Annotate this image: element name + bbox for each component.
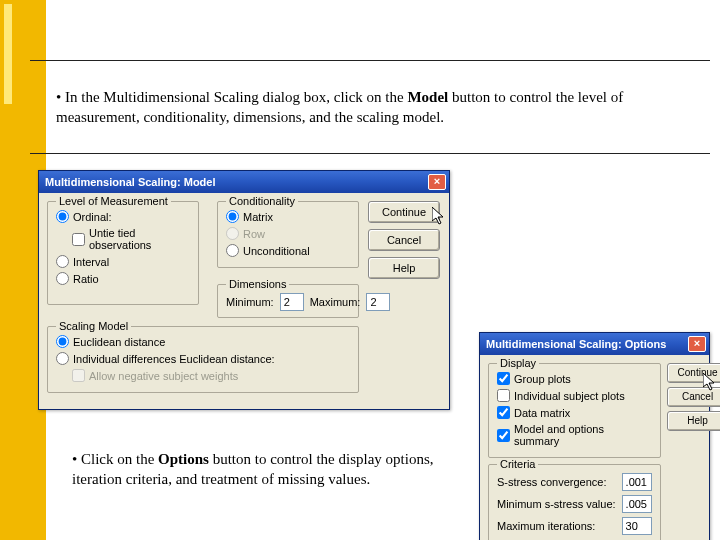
close-icon[interactable]: ×	[428, 174, 446, 190]
check-data-matrix[interactable]: Data matrix	[497, 406, 652, 419]
check-allowneg: Allow negative subject weights	[72, 369, 350, 382]
group-scaling: Scaling Model Euclidean distance Individ…	[47, 326, 359, 393]
radio-matrix[interactable]: Matrix	[226, 210, 350, 223]
group-cond-title: Conditionality	[226, 195, 298, 207]
group-scaling-title: Scaling Model	[56, 320, 131, 332]
group-display-title: Display	[497, 357, 539, 369]
cancel-button[interactable]: Cancel	[667, 387, 720, 407]
cancel-button[interactable]: Cancel	[368, 229, 440, 251]
model-titlebar: Multidimensional Scaling: Model ×	[39, 171, 449, 193]
options-title: Multidimensional Scaling: Options	[486, 338, 666, 350]
group-criteria: Criteria S-stress convergence: Minimum s…	[488, 464, 661, 540]
options-titlebar: Multidimensional Scaling: Options ×	[480, 333, 709, 355]
group-display: Display Group plots Individual subject p…	[488, 363, 661, 458]
check-untie[interactable]: Untie tied observations	[72, 227, 190, 251]
model-title: Multidimensional Scaling: Model	[45, 176, 216, 188]
dims-max-input[interactable]	[366, 293, 390, 311]
intro-text-1: • In the Multidimensional Scaling dialog…	[56, 88, 666, 127]
check-individual-plots[interactable]: Individual subject plots	[497, 389, 652, 402]
radio-ratio[interactable]: Ratio	[56, 272, 190, 285]
radio-unconditional[interactable]: Unconditional	[226, 244, 350, 257]
model-client: Level of Measurement Ordinal: Untie tied…	[39, 193, 449, 409]
radio-indscal[interactable]: Individual differences Euclidean distanc…	[56, 352, 350, 365]
group-dimensions: Dimensions Minimum: Maximum:	[217, 284, 359, 318]
sstress-input[interactable]	[622, 473, 652, 491]
min-sstress-input[interactable]	[622, 495, 652, 513]
sstress-label: S-stress convergence:	[497, 476, 606, 488]
group-conditionality: Conditionality Matrix Row Unconditional	[217, 201, 359, 268]
horizontal-rule-mid	[30, 153, 710, 154]
model-dialog: Multidimensional Scaling: Model × Level …	[38, 170, 450, 410]
group-level: Level of Measurement Ordinal: Untie tied…	[47, 201, 199, 305]
group-dims-title: Dimensions	[226, 278, 289, 290]
options-dialog: Multidimensional Scaling: Options × Disp…	[479, 332, 710, 540]
group-criteria-title: Criteria	[497, 458, 538, 470]
radio-euclidean[interactable]: Euclidean distance	[56, 335, 350, 348]
min-sstress-label: Minimum s-stress value:	[497, 498, 616, 510]
help-button[interactable]: Help	[368, 257, 440, 279]
continue-button[interactable]: Continue	[368, 201, 440, 223]
check-summary[interactable]: Model and options summary	[497, 423, 652, 447]
intro-text-2: • Click on the Options button to control…	[72, 450, 472, 489]
group-level-title: Level of Measurement	[56, 195, 171, 207]
dims-min-label: Minimum:	[226, 296, 274, 308]
help-button[interactable]: Help	[667, 411, 720, 431]
dims-min-input[interactable]	[280, 293, 304, 311]
check-group-plots[interactable]: Group plots	[497, 372, 652, 385]
max-iter-input[interactable]	[622, 517, 652, 535]
radio-row: Row	[226, 227, 350, 240]
radio-ordinal[interactable]: Ordinal:	[56, 210, 190, 223]
close-icon[interactable]: ×	[688, 336, 706, 352]
radio-interval[interactable]: Interval	[56, 255, 190, 268]
dims-max-label: Maximum:	[310, 296, 361, 308]
max-iter-label: Maximum iterations:	[497, 520, 595, 532]
horizontal-rule-top	[30, 60, 710, 61]
options-client: Display Group plots Individual subject p…	[480, 355, 709, 540]
continue-button[interactable]: Continue	[667, 363, 720, 383]
